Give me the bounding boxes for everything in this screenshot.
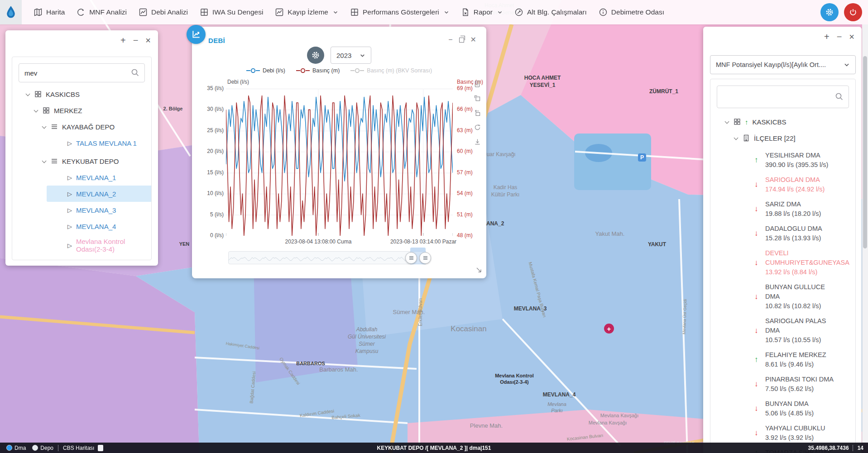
power-icon: [849, 8, 857, 16]
tree-node-keykubat-depo[interactable]: KEYKUBAT DEPO: [12, 153, 151, 169]
nav-item-rapor[interactable]: Rapor: [461, 8, 503, 17]
chart-range-navigator[interactable]: [228, 251, 427, 264]
cbs-map-toggle[interactable]: [98, 445, 103, 451]
nav-item-debi-analizi[interactable]: Debi Analizi: [139, 8, 188, 17]
panel-close-button[interactable]: ×: [849, 32, 854, 41]
legend-item-basinc[interactable]: Basınç (m): [296, 67, 340, 74]
tree-search-input[interactable]: [19, 69, 144, 77]
nav-item-mnf-analizi[interactable]: MNF Analizi: [77, 8, 127, 17]
navigator-selection-tab[interactable]: [410, 248, 426, 251]
metric-dropdown[interactable]: MNF Potansiyel Kayıp(l/s)[Aylık Ort....: [710, 55, 856, 74]
nav-item-iwa-su-dengesi[interactable]: IWA Su Dengesi: [200, 8, 263, 17]
right-axis-tick: 60 (m): [457, 148, 473, 154]
tree-node-kayaba-depo[interactable]: KAYABAĞ DEPO: [12, 119, 151, 135]
dma-search-input[interactable]: [717, 93, 849, 101]
trend-down-icon: ↓: [754, 380, 761, 389]
nav-item-label: Kayıp İzleme: [288, 8, 328, 16]
dma-item-sariz-dma[interactable]: ↓SARIZ DMA19.88 l/s (18.20 l/s): [754, 200, 856, 219]
tree-node-kaskicbs[interactable]: ↑ KASKICBS: [710, 114, 855, 130]
layer-label: CBS Haritası: [63, 445, 94, 451]
dma-value: 3.92 l/s (3.92 l/s): [765, 433, 856, 443]
panel-minimize-button[interactable]: −: [837, 32, 842, 41]
dma-layer-toggle[interactable]: Dma: [6, 445, 26, 451]
chart-window-icon: [187, 25, 206, 44]
depo-layer-toggle[interactable]: Depo: [32, 445, 53, 451]
download-icon[interactable]: [474, 138, 481, 148]
undo-zoom-icon[interactable]: [474, 109, 481, 119]
map-plus-marker: +: [604, 324, 614, 334]
window-scrollbar[interactable]: [862, 24, 868, 443]
dma-item-felahiye-merkez[interactable]: ↑FELAHIYE MERKEZ8.61 l/s (9.46 l/s): [754, 350, 856, 369]
legend-item-debi[interactable]: Debi (l/s): [246, 67, 285, 74]
settings-button[interactable]: [820, 3, 839, 21]
tree-node-mevlana-kontrol[interactable]: ▷Mevlana KontrolOdası(2-3-4): [47, 234, 152, 256]
dma-item-sarioglan-dma[interactable]: ↓SARIOGLAN DMA174.94 l/s (24.92 l/s): [754, 175, 856, 194]
network-tree: KASKICBSMERKEZKAYABAĞ DEPO▷TALAS MEVLANA…: [12, 86, 151, 256]
selection-breadcrumb: KEYKUBAT DEPO /[ MEVLANA_2 ]| dma|151: [377, 445, 491, 451]
nav-item-debimetre-odasi[interactable]: Debimetre Odası: [599, 8, 664, 17]
tree-node-mevlana-2[interactable]: ▷MEVLANA_2: [47, 186, 152, 202]
map-zoom-level: 14: [853, 445, 868, 451]
zoom-select-icon[interactable]: [474, 95, 481, 104]
dma-item-develi[interactable]: ↓DEVELICUMHURIYET&GUNEYASA13.92 l/s (8.8…: [754, 248, 856, 277]
app-logo[interactable]: [0, 0, 22, 24]
legend-marker: [296, 68, 310, 73]
dma-item-dadaloglu-dma[interactable]: ↓DADALOGLU DMA15.28 l/s (13.93 l/s): [754, 224, 856, 243]
nav-item-harita[interactable]: Harita: [34, 8, 65, 17]
export-data-icon[interactable]: [474, 80, 481, 90]
chevron-down-icon: [333, 10, 338, 15]
nav-item-performans-gostergeleri[interactable]: Performans Göstergeleri: [350, 8, 449, 17]
tree-node-merkez[interactable]: MERKEZ: [12, 102, 151, 119]
tree-node-ilceler[interactable]: İLÇELER [22]: [710, 130, 855, 146]
logout-button[interactable]: [844, 3, 862, 21]
chart-toolbar: [474, 80, 481, 148]
legend-item-basinc-bkv[interactable]: Basınç (m) (BKV Sonrası): [350, 67, 432, 74]
status-bar: Dma Depo CBS Haritası KEYKUBAT DEPO /[ M…: [0, 443, 868, 453]
panel-add-button[interactable]: +: [120, 36, 126, 45]
dma-name: BUNYAN GULLUCEDMA: [765, 282, 856, 301]
expand-triangle-icon: ▷: [67, 140, 72, 147]
panel-close-button[interactable]: ×: [145, 36, 151, 45]
year-select[interactable]: 2023: [331, 47, 371, 64]
tree-node-mevlana-4[interactable]: ▷MEVLANA_4: [47, 218, 152, 234]
chevron-down-icon: [497, 10, 503, 15]
tree-node-mevlana-1[interactable]: ▷MEVLANA_1: [47, 169, 152, 186]
tree-node-mevlana-3[interactable]: ▷MEVLANA_3: [47, 202, 152, 218]
tree-search-box: [19, 63, 145, 82]
dma-item-sarioglan-palas[interactable]: ↓SARIOGLAN PALASDMA10.57 l/s (10.55 l/s): [754, 316, 856, 345]
dma-item-yesilhisar-dma[interactable]: ↑YESILHISAR DMA390.90 l/s (395.35 l/s): [754, 151, 856, 170]
window-minimize-button[interactable]: −: [448, 37, 452, 43]
nav-item-label: IWA Su Dengesi: [212, 8, 263, 16]
toggle-label: Dma: [14, 445, 26, 451]
toggle-label: Depo: [40, 445, 53, 451]
left-axis-tick: 25 (l/s): [207, 127, 224, 134]
dma-list: ↑YESILHISAR DMA390.90 l/s (395.35 l/s)↓S…: [710, 151, 855, 453]
dma-item-bunyan-dma[interactable]: ↓BUNYAN DMA5.06 l/s (4.85 l/s): [754, 399, 856, 418]
report-file-icon: [461, 8, 470, 17]
panel-minimize-button[interactable]: −: [133, 36, 139, 45]
window-close-button[interactable]: ✕: [470, 37, 476, 43]
dma-item-bunyan-gulluce[interactable]: ↓BUNYAN GULLUCEDMA10.82 l/s (10.82 l/s): [754, 282, 856, 311]
nav-item-kayip-izleme[interactable]: Kayıp İzleme: [275, 8, 338, 17]
tree-node-label: KEYKUBAT DEPO: [62, 157, 119, 165]
line-chart-icon: [275, 8, 284, 17]
window-maximize-button[interactable]: [459, 38, 464, 43]
panel-add-button[interactable]: +: [824, 32, 830, 41]
chart-settings-button[interactable]: [307, 47, 324, 64]
refresh-icon[interactable]: [474, 124, 481, 133]
search-icon: [131, 68, 140, 79]
breadcrumb-selected: [ MEVLANA_2 ]: [427, 445, 466, 451]
grid-icon: [734, 118, 741, 125]
nav-item-alt-blg-calismalari[interactable]: Alt Blg. Çalışmaları: [514, 8, 587, 17]
toggle-dot: [32, 445, 38, 451]
dma-item-pinarbasi-toki-dma[interactable]: ↓PINARBASI TOKI DMA7.50 l/s (5.62 l/s): [754, 375, 856, 394]
tree-node-talas-mevlana-1[interactable]: ▷TALAS MEVLANA 1: [47, 135, 152, 151]
navigator-right-handle[interactable]: [419, 252, 431, 264]
navigator-left-handle[interactable]: [405, 252, 417, 264]
tree-node-kaskicbs[interactable]: KASKICBS: [12, 86, 151, 102]
tree-node-label: MEVLANA_2: [76, 190, 116, 198]
dma-item-yahyali-cubuklu[interactable]: ↓YAHYALI CUBUKLU3.92 l/s (3.92 l/s): [754, 424, 856, 443]
tree-node-label: KASKICBS: [46, 91, 80, 98]
window-resize-handle[interactable]: [475, 267, 483, 276]
scrollbar-thumb[interactable]: [863, 56, 867, 248]
